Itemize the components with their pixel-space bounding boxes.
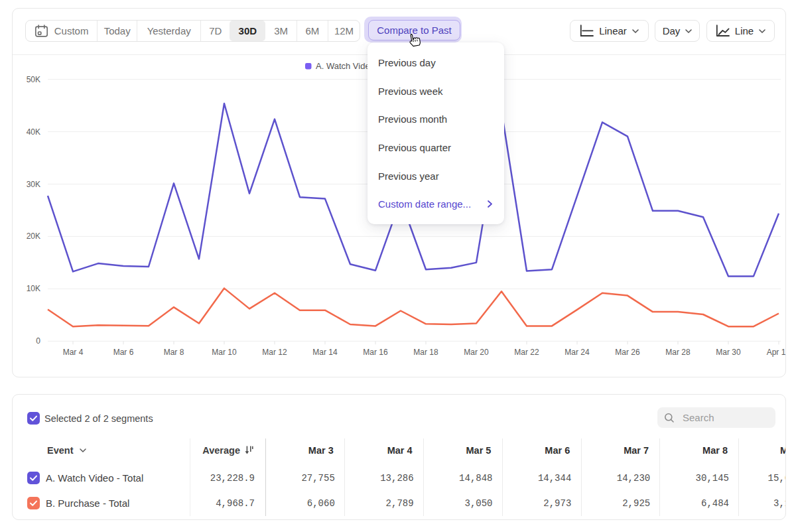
svg-text:30K: 30K bbox=[27, 180, 40, 189]
svg-text:Mar 18: Mar 18 bbox=[413, 348, 438, 357]
svg-text:Mar 24: Mar 24 bbox=[564, 348, 590, 357]
svg-text:Mar 4: Mar 4 bbox=[63, 348, 84, 357]
svg-text:Mar 10: Mar 10 bbox=[212, 348, 237, 357]
svg-text:Mar 14: Mar 14 bbox=[312, 348, 338, 357]
svg-text:0: 0 bbox=[36, 336, 40, 346]
svg-text:Mar 30: Mar 30 bbox=[716, 348, 741, 357]
svg-text:Apr 1: Apr 1 bbox=[767, 348, 786, 357]
svg-text:Mar 12: Mar 12 bbox=[262, 348, 287, 357]
svg-text:20K: 20K bbox=[27, 232, 40, 241]
svg-text:10K: 10K bbox=[27, 284, 40, 293]
svg-text:Mar 20: Mar 20 bbox=[464, 348, 489, 357]
svg-text:50K: 50K bbox=[27, 75, 40, 84]
svg-text:Mar 22: Mar 22 bbox=[514, 348, 539, 357]
svg-text:Mar 6: Mar 6 bbox=[113, 348, 134, 357]
svg-text:Mar 16: Mar 16 bbox=[363, 348, 388, 357]
svg-text:Mar 8: Mar 8 bbox=[164, 348, 184, 357]
svg-text:Mar 26: Mar 26 bbox=[615, 348, 640, 357]
svg-text:40K: 40K bbox=[27, 127, 40, 137]
svg-text:Mar 28: Mar 28 bbox=[665, 348, 691, 357]
